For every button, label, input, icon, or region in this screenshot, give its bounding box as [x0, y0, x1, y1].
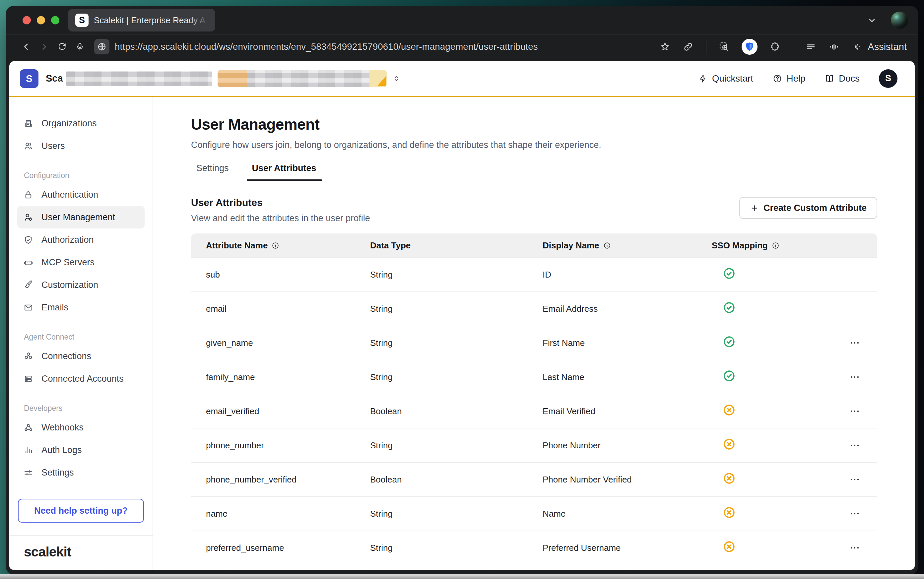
cell-attribute-name: sub [191, 270, 370, 280]
info-icon[interactable] [603, 241, 611, 250]
sidebar-item-organizations[interactable]: Organizations [17, 112, 145, 135]
sidebar-item-emails[interactable]: Emails [17, 296, 145, 319]
reload-button[interactable] [53, 38, 71, 56]
sidebar-item-connections[interactable]: Connections [17, 345, 145, 368]
sidebar-item-label: Connections [41, 351, 91, 361]
scalekit-wordmark: scalekit [24, 544, 71, 559]
chevron-down-icon[interactable] [866, 15, 878, 26]
back-button[interactable] [17, 38, 35, 56]
row-menu-button[interactable] [847, 541, 862, 555]
cell-data-type: String [370, 270, 543, 280]
sidebar-item-label: MCP Servers [41, 257, 95, 268]
info-icon[interactable] [772, 241, 780, 250]
row-menu-button[interactable] [847, 438, 862, 453]
main-content: User Management Configure how users join… [153, 97, 915, 570]
password-manager-extension-button[interactable] [742, 39, 757, 55]
reload-icon [57, 41, 67, 52]
waveform-icon[interactable] [829, 41, 840, 52]
redacted-workspace-name [66, 71, 212, 86]
cell-attribute-name: given_name [191, 338, 370, 348]
cell-data-type: String [370, 304, 543, 314]
assistant-button[interactable]: Assistant [852, 41, 907, 52]
header-action-help[interactable]: Help [772, 73, 806, 84]
table-row-email-verified: email_verifiedBooleanEmail Verified [191, 394, 877, 428]
sidebar-item-customization[interactable]: Customization [17, 273, 145, 296]
copy-link-icon[interactable] [682, 41, 694, 52]
workspace-environment-switcher[interactable]: Sca [46, 70, 401, 87]
sidebar-item-label: Webhooks [41, 422, 83, 433]
page-subtitle: Configure how users join, belong to orga… [191, 139, 877, 151]
table-body: subStringIDemailStringEmail Addressgiven… [191, 257, 877, 565]
sidebar-item-label: Emails [41, 303, 68, 313]
table-row-name: nameStringName [191, 496, 877, 531]
row-menu-button[interactable] [847, 506, 862, 521]
workspace-name-prefix: Sca [46, 73, 63, 84]
cell-attribute-name: phone_number_verified [191, 474, 370, 485]
window-controls [23, 16, 59, 25]
sidebar-item-settings[interactable]: Settings [17, 461, 145, 484]
reader-mode-icon[interactable] [805, 41, 816, 52]
warning-triangle [378, 76, 386, 86]
cubes-icon [23, 351, 33, 361]
create-custom-attribute-button[interactable]: Create Custom Attribute [739, 197, 877, 219]
address-bar[interactable]: https://app.scalekit.cloud/ws/environmen… [115, 41, 659, 52]
browser-tab[interactable]: S Scalekit | Enterprise Ready A [68, 9, 215, 31]
redacted-segment [370, 70, 387, 87]
column-header-display-name: Display Name [543, 240, 712, 251]
sidebar-item-label: Authentication [41, 190, 98, 200]
shield-check-icon [23, 235, 33, 245]
cell-sso-mapping [712, 540, 824, 556]
table-row-family-name: family_nameStringLast Name [191, 360, 877, 394]
stacked-rows-icon [23, 374, 33, 384]
header-action-quickstart[interactable]: Quickstart [698, 73, 753, 84]
forward-button[interactable] [35, 38, 53, 56]
tab-title-fade [189, 9, 215, 31]
microphone-button[interactable] [71, 38, 89, 56]
sidebar-item-user-management[interactable]: User Management [17, 206, 145, 229]
extensions-icon[interactable] [769, 41, 781, 52]
ellipsis-icon [849, 508, 860, 519]
row-menu-button[interactable] [847, 335, 862, 350]
cell-actions [824, 541, 877, 555]
sidebar-item-auth-logs[interactable]: Auth Logs [17, 439, 145, 461]
close-window-button[interactable] [23, 16, 31, 25]
mic-icon [75, 41, 85, 52]
need-help-button[interactable]: Need help setting up? [18, 499, 144, 523]
cell-actions [824, 506, 877, 521]
user-avatar[interactable]: S [879, 69, 898, 88]
assistant-label: Assistant [868, 41, 907, 52]
zoom-window-button[interactable] [51, 16, 59, 25]
sso-disabled-x-icon [722, 506, 736, 519]
browser-profile-avatar[interactable] [891, 11, 908, 29]
users-icon [23, 141, 33, 151]
scalekit-logo: S [20, 69, 38, 88]
cell-sso-mapping [712, 437, 824, 453]
bookmark-star-icon[interactable] [659, 41, 671, 52]
sidebar-item-users[interactable]: Users [17, 135, 145, 157]
row-menu-button[interactable] [847, 370, 862, 384]
column-header-sso-mapping: SSO Mapping [712, 240, 824, 251]
tab-user-attributes[interactable]: User Attributes [247, 163, 322, 181]
row-menu-button[interactable] [847, 472, 862, 487]
sidebar-item-mcp-servers[interactable]: MCP Servers [17, 251, 145, 273]
sso-enabled-check-icon [722, 301, 736, 314]
sidebar-item-label: Auth Logs [41, 445, 82, 455]
header-action-docs[interactable]: Docs [824, 73, 860, 84]
find-in-page-icon[interactable] [718, 41, 729, 52]
cell-actions [824, 438, 877, 453]
sidebar-item-webhooks[interactable]: Webhooks [17, 416, 145, 439]
sidebar-item-connected-accounts[interactable]: Connected Accounts [17, 368, 145, 390]
row-menu-button[interactable] [847, 404, 862, 419]
tab-favicon: S [75, 14, 88, 27]
toolbar-divider [706, 40, 706, 54]
info-icon[interactable] [271, 241, 280, 250]
site-info-button[interactable] [94, 39, 110, 54]
browser-toolbar: https://app.scalekit.cloud/ws/environmen… [6, 35, 918, 59]
sidebar-item-authorization[interactable]: Authorization [17, 229, 145, 251]
plus-icon [750, 204, 759, 213]
sidebar-nav: OrganizationsUsersConfigurationAuthentic… [9, 112, 152, 484]
tab-settings[interactable]: Settings [191, 163, 234, 181]
desktop-background: S Scalekit | Enterprise Ready A https://… [0, 0, 924, 579]
minimize-window-button[interactable] [37, 16, 45, 25]
sidebar-item-authentication[interactable]: Authentication [17, 183, 145, 206]
